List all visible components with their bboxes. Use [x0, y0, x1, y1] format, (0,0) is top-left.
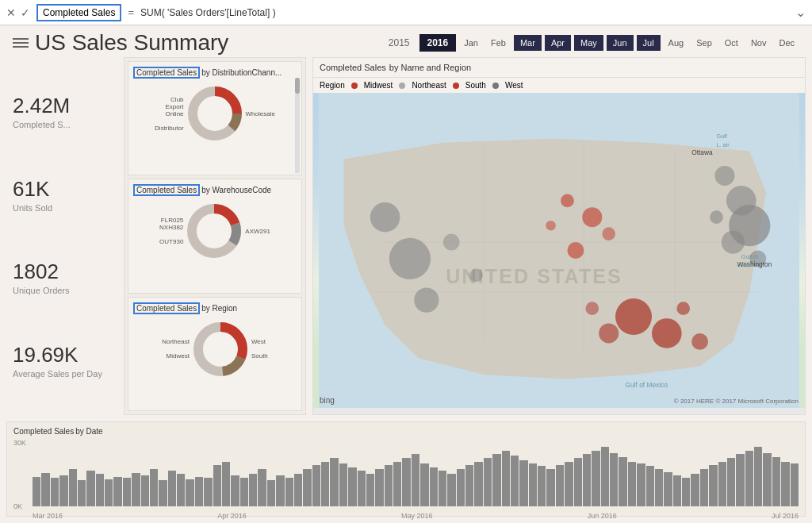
- bar[interactable]: [86, 471, 94, 506]
- bar[interactable]: [69, 469, 77, 506]
- bar[interactable]: [484, 458, 492, 506]
- bar[interactable]: [619, 457, 626, 506]
- bar[interactable]: [168, 471, 176, 506]
- bar[interactable]: [430, 467, 438, 506]
- hamburger-menu[interactable]: [13, 38, 29, 48]
- year-2015[interactable]: 2015: [382, 34, 416, 52]
- bar[interactable]: [718, 462, 726, 506]
- bar[interactable]: [538, 466, 546, 506]
- month-nov[interactable]: Nov: [746, 35, 772, 51]
- month-jan[interactable]: Jan: [459, 35, 483, 51]
- expand-icon[interactable]: ⌄: [795, 5, 806, 20]
- bar[interactable]: [492, 454, 500, 506]
- bar[interactable]: [736, 454, 744, 506]
- bar[interactable]: [33, 477, 40, 507]
- bar[interactable]: [628, 462, 636, 506]
- bar[interactable]: [546, 469, 554, 506]
- confirm-icon[interactable]: ✓: [21, 6, 30, 19]
- bar[interactable]: [123, 478, 131, 506]
- bar[interactable]: [132, 473, 140, 506]
- bar[interactable]: [673, 475, 681, 506]
- bar[interactable]: [402, 458, 410, 506]
- bar[interactable]: [358, 471, 366, 506]
- chart-scrollbar-1[interactable]: [295, 78, 300, 173]
- bar[interactable]: [727, 458, 735, 506]
- bar[interactable]: [204, 478, 212, 506]
- bar[interactable]: [646, 466, 654, 506]
- bar[interactable]: [781, 462, 789, 506]
- month-jun[interactable]: Jun: [607, 35, 634, 51]
- bar[interactable]: [78, 480, 86, 506]
- bar[interactable]: [150, 469, 158, 506]
- chart-scrollbar-thumb-1[interactable]: [295, 78, 300, 94]
- bar[interactable]: [565, 462, 573, 506]
- bar[interactable]: [583, 454, 591, 506]
- month-sep[interactable]: Sep: [691, 35, 717, 51]
- bar[interactable]: [511, 456, 519, 506]
- bar[interactable]: [213, 465, 221, 506]
- cancel-icon[interactable]: ✕: [6, 6, 16, 19]
- month-apr[interactable]: Apr: [545, 35, 571, 51]
- bar[interactable]: [474, 462, 482, 506]
- bar[interactable]: [393, 462, 401, 506]
- bar[interactable]: [348, 467, 356, 506]
- bar[interactable]: [655, 469, 663, 506]
- bar[interactable]: [231, 475, 239, 506]
- bar[interactable]: [195, 477, 203, 507]
- bar[interactable]: [41, 473, 49, 506]
- bar[interactable]: [556, 465, 564, 506]
- bar[interactable]: [59, 475, 67, 506]
- bar[interactable]: [222, 462, 230, 506]
- month-aug[interactable]: Aug: [664, 35, 689, 51]
- bar[interactable]: [249, 474, 257, 506]
- year-2016[interactable]: 2016: [419, 34, 457, 52]
- map-body[interactable]: Washington Ottawa Gulf L. air Gulf of Ma…: [313, 93, 805, 408]
- bar[interactable]: [294, 474, 302, 506]
- bar[interactable]: [321, 462, 329, 506]
- bar[interactable]: [159, 480, 167, 506]
- bar[interactable]: [113, 477, 121, 507]
- bar[interactable]: [754, 447, 762, 506]
- bar[interactable]: [240, 478, 248, 506]
- bar[interactable]: [457, 469, 465, 506]
- month-may[interactable]: May: [574, 35, 603, 51]
- bar[interactable]: [51, 478, 59, 506]
- bar[interactable]: [339, 463, 347, 506]
- month-feb[interactable]: Feb: [486, 35, 511, 51]
- bar[interactable]: [465, 465, 473, 506]
- bar[interactable]: [709, 465, 717, 506]
- bar[interactable]: [772, 457, 780, 506]
- month-dec[interactable]: Dec: [774, 35, 799, 51]
- bar[interactable]: [276, 475, 284, 506]
- formula-text[interactable]: SUM( 'Sales Orders'[LineTotal] ): [140, 7, 789, 18]
- bar[interactable]: [141, 475, 149, 506]
- bar[interactable]: [177, 474, 185, 506]
- bar[interactable]: [375, 469, 383, 506]
- bar[interactable]: [502, 451, 510, 506]
- bar[interactable]: [420, 463, 428, 506]
- bar[interactable]: [574, 458, 582, 506]
- bar[interactable]: [592, 451, 599, 506]
- bar[interactable]: [105, 479, 113, 506]
- bar[interactable]: [664, 472, 672, 506]
- bar[interactable]: [610, 453, 618, 507]
- bar[interactable]: [258, 469, 266, 506]
- bar[interactable]: [385, 465, 393, 506]
- month-jul[interactable]: Jul: [637, 35, 661, 51]
- bar[interactable]: [745, 451, 753, 506]
- bar[interactable]: [330, 458, 338, 506]
- bar[interactable]: [637, 463, 645, 506]
- field-name-box[interactable]: Completed Sales: [36, 4, 121, 21]
- month-oct[interactable]: Oct: [720, 35, 743, 51]
- bar[interactable]: [601, 447, 609, 506]
- bar[interactable]: [366, 474, 374, 506]
- bar[interactable]: [529, 463, 537, 506]
- bar[interactable]: [791, 463, 799, 506]
- bar[interactable]: [519, 460, 527, 506]
- bar[interactable]: [303, 469, 311, 506]
- bar[interactable]: [412, 454, 419, 506]
- bar[interactable]: [285, 478, 293, 506]
- bar[interactable]: [312, 465, 320, 506]
- bar[interactable]: [267, 480, 275, 506]
- bar[interactable]: [763, 453, 771, 507]
